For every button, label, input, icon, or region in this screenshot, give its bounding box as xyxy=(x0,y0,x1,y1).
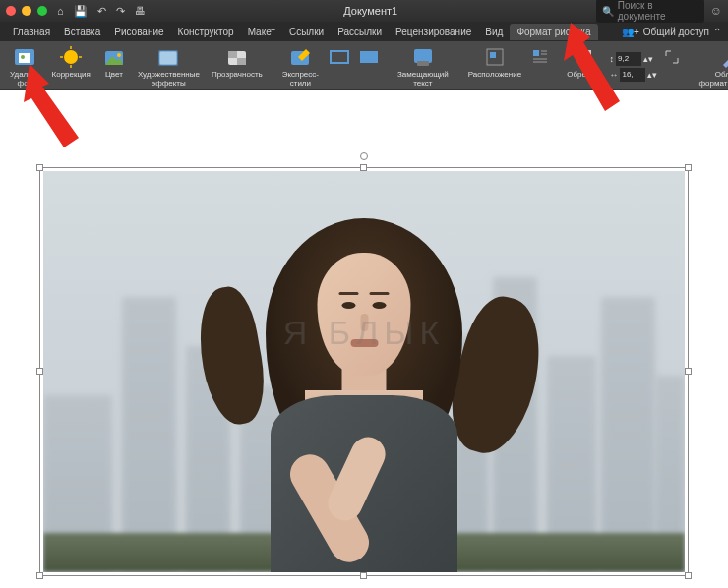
resize-handle-se[interactable] xyxy=(685,572,692,579)
resize-handle-n[interactable] xyxy=(360,164,367,171)
svg-rect-19 xyxy=(414,49,432,63)
crop-icon xyxy=(573,45,596,69)
alt-text-button[interactable]: Замещающий текст xyxy=(394,43,453,89)
crop-button[interactable]: Обрезать xyxy=(563,43,605,89)
color-button[interactable]: Цвет xyxy=(98,43,130,89)
tab-mailings[interactable]: Рассылки xyxy=(331,24,389,40)
svg-point-3 xyxy=(64,50,78,64)
tab-picture-format[interactable]: Формат рисунка xyxy=(510,24,597,40)
stepper-icon[interactable]: ▴▾ xyxy=(647,70,657,80)
color-icon xyxy=(102,45,126,69)
tab-review[interactable]: Рецензирование xyxy=(389,24,478,40)
document-title: Документ1 xyxy=(146,5,596,17)
print-icon[interactable]: 🖶 xyxy=(135,5,146,18)
position-button[interactable]: Расположение xyxy=(464,43,525,89)
svg-rect-15 xyxy=(237,58,246,65)
svg-point-2 xyxy=(21,55,25,59)
svg-rect-23 xyxy=(533,50,539,56)
window-controls xyxy=(6,6,47,16)
format-pane-button[interactable]: Область форматирования xyxy=(695,43,728,89)
watermark: Я БЛЫК xyxy=(283,314,446,352)
corrections-button[interactable]: Коррекция xyxy=(48,43,94,89)
position-label: Расположение xyxy=(468,71,521,80)
close-icon[interactable] xyxy=(6,6,16,16)
undo-icon[interactable]: ↶ xyxy=(97,5,106,18)
tab-references[interactable]: Ссылки xyxy=(282,24,331,40)
resize-handle-ne[interactable] xyxy=(685,164,692,171)
width-icon: ↔ xyxy=(609,70,618,80)
corrections-icon xyxy=(59,45,83,69)
resize-handle-s[interactable] xyxy=(360,572,367,579)
svg-rect-14 xyxy=(228,51,237,58)
search-input[interactable]: 🔍 Поиск в документе xyxy=(596,0,704,23)
redo-icon[interactable]: ↷ xyxy=(116,5,125,18)
quick-styles-icon xyxy=(288,45,312,69)
quick-styles-label: Экспресс-стили xyxy=(282,71,319,88)
svg-rect-1 xyxy=(19,53,30,63)
rotation-handle[interactable] xyxy=(360,152,368,160)
wrap-text-icon xyxy=(528,45,552,69)
tab-design[interactable]: Конструктор xyxy=(171,24,241,40)
save-icon[interactable]: 💾 xyxy=(74,5,88,18)
remove-background-button[interactable]: Удалить фон xyxy=(6,43,44,89)
svg-rect-20 xyxy=(417,61,429,66)
alt-text-icon xyxy=(411,45,435,69)
chevron-up-icon: ⌃ xyxy=(713,27,721,37)
document-canvas[interactable]: Я БЛЫК xyxy=(0,90,728,588)
search-icon: 🔍 xyxy=(602,6,614,17)
feedback-icon[interactable]: ☺ xyxy=(710,4,722,18)
artistic-effects-label: Художественные эффекты xyxy=(138,71,200,88)
size-group: ↕▴▾ ↔▴▾ xyxy=(609,43,657,89)
tab-home[interactable]: Главная xyxy=(6,24,57,40)
tab-draw[interactable]: Рисование xyxy=(107,24,170,40)
tab-view[interactable]: Вид xyxy=(478,24,510,40)
wrap-text-button[interactable] xyxy=(529,43,551,89)
picture-effects-button[interactable] xyxy=(356,43,382,89)
artistic-effects-icon xyxy=(156,45,180,69)
transparency-label: Прозрачность xyxy=(212,71,263,80)
transparency-icon xyxy=(225,45,249,69)
corrections-label: Коррекция xyxy=(52,71,91,80)
ribbon-tabs: Главная Вставка Рисование Конструктор Ма… xyxy=(0,22,728,41)
svg-rect-22 xyxy=(490,52,496,58)
svg-point-10 xyxy=(117,53,121,57)
tab-layout[interactable]: Макет xyxy=(241,24,282,40)
artistic-effects-button[interactable]: Художественные эффекты xyxy=(134,43,204,89)
crop-label: Обрезать xyxy=(567,71,601,80)
transparency-button[interactable]: Прозрачность xyxy=(208,43,267,89)
picture-border-button[interactable] xyxy=(327,43,352,89)
search-placeholder: Поиск в документе xyxy=(618,0,698,22)
maximize-icon[interactable] xyxy=(37,6,47,16)
expand-icon xyxy=(660,45,684,69)
picture-effects-icon xyxy=(357,45,381,69)
share-label: Общий доступ xyxy=(643,27,709,37)
position-icon xyxy=(483,45,507,69)
home-icon[interactable]: ⌂ xyxy=(57,5,64,18)
height-icon: ↕ xyxy=(609,54,614,64)
image-selection[interactable]: Я БЛЫК xyxy=(39,167,689,576)
svg-rect-18 xyxy=(360,51,378,63)
tab-insert[interactable]: Вставка xyxy=(57,24,107,40)
quick-styles-button[interactable]: Экспресс-стили xyxy=(278,43,323,89)
resize-handle-e[interactable] xyxy=(685,368,692,375)
resize-handle-w[interactable] xyxy=(36,368,43,375)
remove-background-label: Удалить фон xyxy=(10,71,40,88)
color-label: Цвет xyxy=(105,71,123,80)
minimize-icon[interactable] xyxy=(22,6,31,16)
resize-handle-nw[interactable] xyxy=(36,164,43,171)
stepper-icon[interactable]: ▴▾ xyxy=(643,54,653,64)
size-dialog-button[interactable] xyxy=(661,43,683,89)
remove-background-icon xyxy=(13,45,36,69)
format-pane-icon xyxy=(719,45,728,69)
svg-rect-17 xyxy=(331,51,348,63)
inserted-image[interactable]: Я БЛЫК xyxy=(43,171,685,572)
quick-access-toolbar: ⌂ 💾 ↶ ↷ 🖶 xyxy=(57,5,146,18)
titlebar: ⌂ 💾 ↶ ↷ 🖶 Документ1 🔍 Поиск в документе … xyxy=(0,0,728,22)
height-input[interactable] xyxy=(616,52,641,66)
picture-border-icon xyxy=(328,45,351,69)
share-icon: 👥+ xyxy=(622,27,639,37)
format-pane-label: Область форматирования xyxy=(698,71,728,88)
width-input[interactable] xyxy=(620,68,645,82)
share-button[interactable]: 👥+ Общий доступ ⌃ xyxy=(615,24,728,40)
resize-handle-sw[interactable] xyxy=(36,572,43,579)
